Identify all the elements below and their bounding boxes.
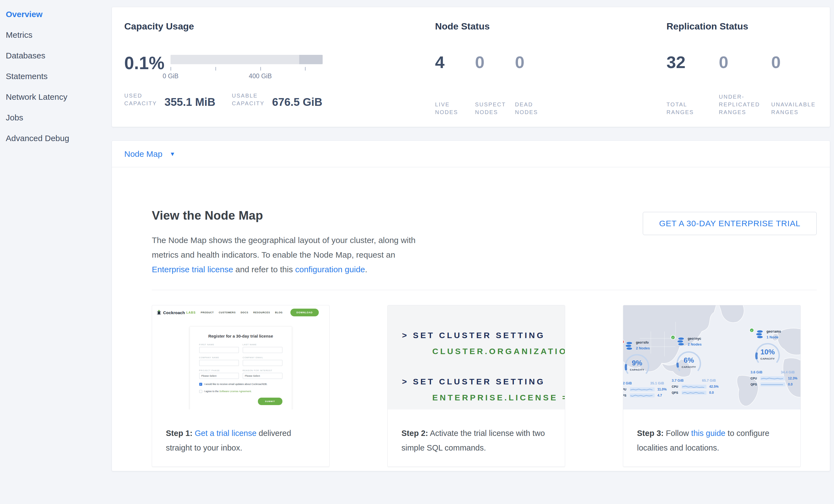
sql-line-2: CLUSTER.ORGANIZATION = [432, 347, 565, 356]
used-capacity-value: 355.1 MiB [164, 97, 216, 107]
view-selector-dropdown[interactable]: Node Map ▼ [112, 141, 830, 167]
step1-pre [193, 429, 195, 438]
brand-name: Cockroach [163, 310, 185, 315]
ams-cpu-label: CPU [750, 377, 761, 380]
step1-label: Step 1: [166, 429, 193, 438]
nyc-total: 65.7 GiB [702, 379, 716, 382]
ams-capacity-pct: 10% [754, 348, 782, 356]
nyc-nodes-icon [677, 337, 685, 347]
first-name-field [199, 347, 239, 353]
sidebar-item-metrics[interactable]: Metrics [6, 24, 109, 45]
step1-screenshot: Cockroach LABS PRODUCT CUSTOMERS DOCS RE… [152, 305, 329, 410]
unavailable-ranges-value: 0 [771, 53, 824, 71]
ams-total: 34.4 GiB [781, 370, 795, 374]
sidebar-item-statements[interactable]: Statements [6, 66, 109, 87]
replication-status-title: Replication Status [666, 21, 824, 32]
sfo-capacity-pct: 9% [623, 359, 651, 367]
company-name-label: COMPANY NAME [199, 356, 239, 359]
usable-capacity-value: 676.5 GiB [272, 97, 322, 107]
get-enterprise-trial-button[interactable]: GET A 30-DAY ENTERPRISE TRIAL [643, 212, 817, 235]
cockroach-labs-logo: Cockroach LABS [156, 310, 196, 315]
step3-card: geo=sfo 2 Nodes 9% CAPACITY 3.2 GiB [623, 305, 801, 467]
capacity-tick-200 [216, 67, 216, 70]
sidebar-item-advanced-debug[interactable]: Advanced Debug [6, 128, 109, 149]
sidebar-item-overview[interactable]: Overview [6, 4, 109, 24]
nyc-node-count: 2 Nodes [688, 342, 702, 346]
ams-capacity-ring: 10% CAPACITY [754, 341, 782, 369]
node-map-panel: Node Map ▼ View the Node Map The Node Ma… [112, 140, 830, 471]
ams-node-count: 1 Node [767, 335, 778, 339]
configuration-guide-link[interactable]: configuration guide [295, 265, 365, 274]
mini-download-button: DOWNLOAD [290, 309, 319, 316]
first-name-label: FIRST NAME [199, 343, 239, 346]
capacity-tick-400 [260, 67, 261, 70]
reason-for-interest-label: REASON FOR INTEREST [243, 369, 282, 372]
sfo-node-count: 2 Nodes [636, 346, 650, 350]
total-ranges-value: 32 [666, 53, 719, 71]
dead-nodes-label: DEAD NODES [515, 101, 543, 116]
step2-label: Step 2: [401, 429, 428, 438]
sidebar-item-network-latency[interactable]: Network Latency [6, 87, 109, 107]
ams-qps-sparkline [761, 382, 785, 386]
company-email-field [243, 360, 282, 366]
dead-nodes-value: 0 [515, 53, 555, 71]
live-nodes-value: 4 [435, 53, 475, 71]
step2-card: > SET CLUSTER SETTING CLUSTER.ORGANIZATI… [387, 305, 565, 467]
nyc-name: geo=nyc [688, 337, 701, 341]
under-replicated-ranges-value: 0 [719, 53, 771, 71]
node-map-description: The Node Map shows the geographical layo… [152, 233, 418, 277]
sfo-nodes-icon [625, 341, 633, 351]
this-guide-link[interactable]: this guide [691, 429, 725, 438]
nyc-used: 3.7 GiB [672, 379, 684, 382]
step2-sql-snippet: > SET CLUSTER SETTING CLUSTER.ORGANIZATI… [388, 305, 565, 410]
section-divider [152, 290, 817, 290]
project-phase-label: PROJECT PHASE [199, 369, 239, 372]
capacity-tick-label-0: 0 GiB [162, 72, 178, 80]
page-title: View the Node Map [152, 209, 427, 222]
ams-qps-label: QPS [750, 383, 761, 386]
sql-line-4: ENTERPRISE.LICENSE = [432, 393, 565, 402]
node-status-title: Node Status [435, 21, 555, 32]
sidebar-item-jobs[interactable]: Jobs [6, 107, 109, 128]
steps-row: Cockroach LABS PRODUCT CUSTOMERS DOCS RE… [152, 305, 817, 467]
cockroach-labs-logo-icon [156, 310, 161, 315]
sfo-used: 3.2 GiB [623, 381, 632, 385]
main-content: Capacity Usage 0.1% 0 GiB 400 GiB USED C… [112, 0, 830, 471]
nyc-cpu-value: 42.5% [709, 385, 719, 389]
sql-line-1: > SET CLUSTER SETTING [402, 331, 565, 340]
capacity-usage-section: Capacity Usage 0.1% 0 GiB 400 GiB USED C… [124, 21, 427, 107]
license-agreement-text: I agree to the Software License Agreemen… [204, 390, 252, 393]
ams-nodes-icon [755, 330, 764, 339]
get-trial-license-link[interactable]: Get a trial license [195, 429, 257, 438]
unavailable-ranges-label: UNAVAILABLE RANGES [771, 101, 824, 116]
mini-nav-customers: CUSTOMERS [219, 311, 236, 314]
project-phase-select: Please Select [199, 373, 239, 379]
cluster-summary-panel: Capacity Usage 0.1% 0 GiB 400 GiB USED C… [112, 7, 830, 127]
mini-nav-blog: BLOG [275, 311, 283, 314]
description-text: and refer to this [233, 265, 295, 274]
sql-line-3: > SET CLUSTER SETTING [402, 377, 565, 386]
used-capacity-label: USED CAPACITY [124, 92, 159, 107]
sfo-capacity-ring: 9% CAPACITY [623, 352, 651, 380]
sfo-qps-label: QPS [623, 394, 630, 397]
sfo-cpu-label: CPU [623, 388, 630, 391]
mini-form-title: Register for a 30-day trial license [199, 334, 282, 338]
under-replicated-ranges-label: UNDER-REPLICATED RANGES [719, 93, 766, 116]
enterprise-trial-license-link[interactable]: Enterprise trial license [152, 265, 233, 274]
capacity-usage-bar: 0 GiB 400 GiB [171, 55, 323, 64]
mini-nav-docs: DOCS [241, 311, 248, 314]
ams-capacity-label: CAPACITY [754, 357, 782, 360]
nyc-qps-sparkline [682, 391, 706, 395]
ams-qps-value: 0.0 [788, 382, 793, 386]
license-agreement-checkbox [199, 390, 202, 393]
node-status-section: Node Status 4 0 0 LIVE NODES SUSPECT NOD… [435, 21, 555, 116]
nyc-qps-label: QPS [672, 391, 682, 394]
nyc-qps-value: 0.0 [709, 391, 714, 395]
ams-name: geo=ams [767, 330, 781, 333]
mini-site-nav: PRODUCT CUSTOMERS DOCS RESOURCES BLOG DO… [201, 309, 319, 316]
ams-used: 3.6 GiB [750, 370, 762, 374]
description-text: The Node Map shows the geographical layo… [152, 236, 416, 259]
last-name-field [243, 347, 282, 353]
sidebar-item-databases[interactable]: Databases [6, 45, 109, 66]
replication-status-section: Replication Status 32 0 0 TOTAL RANGES U… [666, 21, 824, 116]
